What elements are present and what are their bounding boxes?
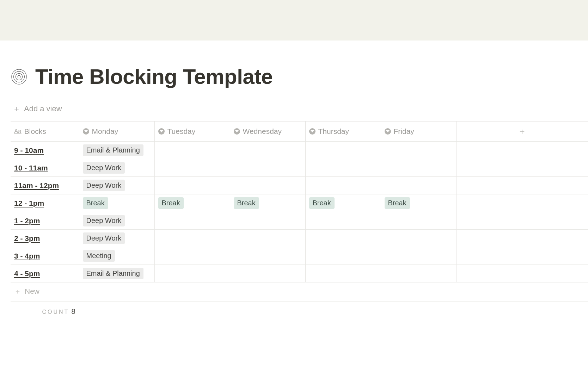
plus-icon: ＋ bbox=[14, 287, 21, 295]
block-time-cell[interactable]: 2 - 3pm bbox=[11, 230, 79, 247]
column-header-friday[interactable]: Friday bbox=[381, 122, 456, 142]
day-cell[interactable] bbox=[381, 230, 456, 247]
table-row[interactable]: 10 - 11amDeep Work bbox=[11, 159, 588, 177]
day-cell[interactable] bbox=[305, 142, 381, 159]
day-cell[interactable] bbox=[305, 177, 381, 194]
day-cell[interactable]: Break bbox=[154, 194, 230, 212]
block-time-cell[interactable]: 11am - 12pm bbox=[11, 177, 79, 194]
day-cell[interactable]: Meeting bbox=[79, 247, 154, 265]
row-trailing-cell bbox=[456, 247, 588, 265]
add-view-label: Add a view bbox=[24, 104, 62, 113]
column-header-tuesday[interactable]: Tuesday bbox=[154, 122, 230, 142]
row-trailing-cell bbox=[456, 212, 588, 230]
tag-deep-work: Deep Work bbox=[83, 162, 125, 174]
footer-blank-cell bbox=[154, 301, 230, 322]
new-row-button[interactable]: ＋New bbox=[11, 282, 588, 301]
footer-blank-cell bbox=[305, 301, 381, 322]
day-cell[interactable] bbox=[230, 159, 305, 177]
day-cell[interactable]: Email & Planning bbox=[79, 265, 154, 282]
column-header-blocks[interactable]: Aa Blocks bbox=[11, 122, 79, 142]
day-cell[interactable] bbox=[230, 177, 305, 194]
block-time-cell[interactable]: 3 - 4pm bbox=[11, 247, 79, 265]
count-label: count bbox=[42, 309, 69, 315]
table-row[interactable]: 3 - 4pmMeeting bbox=[11, 247, 588, 265]
add-view-button[interactable]: ＋ Add a view bbox=[13, 104, 62, 114]
tag-meeting: Meeting bbox=[83, 250, 115, 262]
text-property-icon: Aa bbox=[14, 128, 22, 135]
table-row[interactable]: 12 - 1pmBreakBreakBreakBreakBreak bbox=[11, 194, 588, 212]
table-row[interactable]: 9 - 10amEmail & Planning bbox=[11, 142, 588, 159]
day-cell[interactable] bbox=[305, 247, 381, 265]
page-target-icon[interactable] bbox=[11, 68, 27, 85]
day-cell[interactable] bbox=[230, 265, 305, 282]
tag-break: Break bbox=[83, 197, 108, 209]
day-cell[interactable] bbox=[230, 230, 305, 247]
row-trailing-cell bbox=[456, 194, 588, 212]
day-cell[interactable]: Deep Work bbox=[79, 177, 154, 194]
day-cell[interactable] bbox=[154, 177, 230, 194]
add-column-button[interactable]: ＋ bbox=[456, 122, 588, 142]
day-cell[interactable] bbox=[305, 159, 381, 177]
day-cell[interactable]: Break bbox=[230, 194, 305, 212]
column-header-thursday[interactable]: Thursday bbox=[305, 122, 381, 142]
day-cell[interactable] bbox=[305, 265, 381, 282]
day-cell[interactable] bbox=[154, 142, 230, 159]
day-cell[interactable] bbox=[381, 265, 456, 282]
table-row[interactable]: 11am - 12pmDeep Work bbox=[11, 177, 588, 194]
row-trailing-cell bbox=[456, 265, 588, 282]
day-cell[interactable] bbox=[154, 212, 230, 230]
count-value: 8 bbox=[71, 307, 75, 315]
day-cell[interactable] bbox=[381, 177, 456, 194]
day-cell[interactable] bbox=[154, 159, 230, 177]
block-time-cell[interactable]: 9 - 10am bbox=[11, 142, 79, 159]
column-header-monday[interactable]: Monday bbox=[79, 122, 154, 142]
page-title[interactable]: Time Blocking Template bbox=[35, 64, 273, 89]
row-trailing-cell bbox=[456, 159, 588, 177]
day-cell[interactable]: Deep Work bbox=[79, 230, 154, 247]
block-time-cell[interactable]: 4 - 5pm bbox=[11, 265, 79, 282]
column-header-wednesday[interactable]: Wednesday bbox=[230, 122, 305, 142]
tag-deep-work: Deep Work bbox=[83, 215, 125, 226]
cover-banner bbox=[0, 0, 588, 41]
day-cell[interactable]: Deep Work bbox=[79, 212, 154, 230]
select-property-icon bbox=[234, 128, 240, 135]
svg-point-1 bbox=[14, 71, 25, 82]
day-cell[interactable]: Break bbox=[305, 194, 381, 212]
tag-break: Break bbox=[385, 197, 410, 209]
row-trailing-cell bbox=[456, 230, 588, 247]
day-cell[interactable] bbox=[154, 247, 230, 265]
table-row[interactable]: 4 - 5pmEmail & Planning bbox=[11, 265, 588, 282]
column-header-label: Friday bbox=[394, 127, 414, 136]
new-row-label: New bbox=[25, 287, 39, 295]
day-cell[interactable] bbox=[230, 212, 305, 230]
block-time-cell[interactable]: 12 - 1pm bbox=[11, 194, 79, 212]
block-time-cell[interactable]: 1 - 2pm bbox=[11, 212, 79, 230]
day-cell[interactable] bbox=[381, 247, 456, 265]
day-cell[interactable]: Email & Planning bbox=[79, 142, 154, 159]
column-header-label: Tuesday bbox=[167, 127, 196, 136]
day-cell[interactable] bbox=[381, 212, 456, 230]
day-cell[interactable] bbox=[154, 265, 230, 282]
title-row: Time Blocking Template bbox=[11, 41, 588, 89]
table-row[interactable]: 1 - 2pmDeep Work bbox=[11, 212, 588, 230]
column-header-label: Monday bbox=[92, 127, 118, 136]
svg-point-2 bbox=[16, 73, 22, 80]
day-cell[interactable] bbox=[230, 247, 305, 265]
table-header-row: Aa Blocks Monday Tuesday bbox=[11, 122, 588, 142]
day-cell[interactable] bbox=[305, 212, 381, 230]
day-cell[interactable] bbox=[230, 142, 305, 159]
day-cell[interactable]: Break bbox=[79, 194, 154, 212]
block-time-cell[interactable]: 10 - 11am bbox=[11, 159, 79, 177]
day-cell[interactable] bbox=[154, 230, 230, 247]
day-cell[interactable]: Deep Work bbox=[79, 159, 154, 177]
day-cell[interactable] bbox=[381, 142, 456, 159]
tag-email-planning: Email & Planning bbox=[83, 268, 143, 279]
count-cell[interactable]: count8 bbox=[11, 301, 79, 322]
svg-point-0 bbox=[12, 69, 26, 84]
day-cell[interactable] bbox=[381, 159, 456, 177]
day-cell[interactable]: Break bbox=[381, 194, 456, 212]
day-cell[interactable] bbox=[305, 230, 381, 247]
table-footer-row: count8 bbox=[11, 301, 588, 322]
tag-deep-work: Deep Work bbox=[83, 180, 125, 191]
table-row[interactable]: 2 - 3pmDeep Work bbox=[11, 230, 588, 247]
